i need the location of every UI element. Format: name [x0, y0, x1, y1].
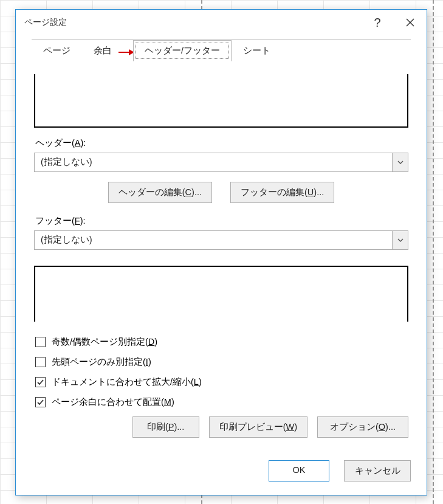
dialog-titlebar: ページ設定 ? [16, 10, 427, 35]
header-select-value: (指定しない) [35, 153, 392, 171]
edit-header-button[interactable]: ヘッダーの編集(C)... [108, 182, 212, 203]
annotation-arrow-icon [118, 49, 134, 55]
oddeven-label: 奇数/偶数ページ別指定(D) [52, 336, 157, 348]
tab-row: ページ 余白 ヘッダー/フッター シート [32, 40, 411, 61]
firstpage-checkbox[interactable] [35, 357, 46, 367]
help-button[interactable]: ? [361, 10, 394, 35]
print-preview-button[interactable]: 印刷プレビュー(W) [209, 416, 307, 438]
align-label: ページ余白に合わせて配置(M) [52, 396, 174, 408]
tab-page[interactable]: ページ [32, 40, 82, 61]
firstpage-label: 先頭ページのみ別指定(I) [52, 356, 151, 368]
options-button[interactable]: オプション(O)... [317, 416, 408, 438]
oddeven-checkbox-row[interactable]: 奇数/偶数ページ別指定(D) [35, 336, 408, 348]
close-icon [406, 18, 414, 27]
dialog-title: ページ設定 [24, 17, 67, 28]
firstpage-checkbox-row[interactable]: 先頭ページのみ別指定(I) [35, 356, 408, 368]
tab-sheet[interactable]: シート [232, 40, 282, 61]
header-preview [34, 74, 408, 128]
scale-label: ドキュメントに合わせて拡大/縮小(L) [52, 376, 202, 388]
align-checkbox-row[interactable]: ページ余白に合わせて配置(M) [35, 396, 408, 408]
scale-checkbox[interactable] [35, 377, 46, 387]
page-break-line [433, 0, 434, 504]
print-button[interactable]: 印刷(P)... [132, 416, 199, 438]
header-select-dropdown[interactable] [392, 153, 408, 171]
page-setup-dialog: ページ設定 ? ページ 余白 ヘッダー/フッター シート [15, 9, 427, 495]
tab-margin[interactable]: 余白 [82, 40, 123, 61]
close-button[interactable] [394, 10, 427, 35]
footer-preview [34, 266, 408, 322]
footer-select[interactable]: (指定しない) [34, 230, 408, 250]
check-icon [36, 398, 44, 406]
chevron-down-icon [397, 161, 404, 164]
cancel-button[interactable]: キャンセル [344, 460, 411, 482]
header-select[interactable]: (指定しない) [34, 153, 408, 172]
ok-button[interactable]: OK [269, 460, 329, 482]
tab-header-footer[interactable]: ヘッダー/フッター [133, 40, 232, 61]
header-label: ヘッダー(A): [35, 137, 408, 149]
scale-checkbox-row[interactable]: ドキュメントに合わせて拡大/縮小(L) [35, 376, 408, 388]
edit-footer-button[interactable]: フッターの編集(U)... [230, 182, 334, 203]
footer-select-dropdown[interactable] [392, 231, 408, 249]
check-icon [36, 378, 44, 386]
footer-select-value: (指定しない) [35, 231, 392, 249]
oddeven-checkbox[interactable] [35, 337, 46, 347]
align-checkbox[interactable] [35, 397, 46, 407]
chevron-down-icon [397, 238, 404, 242]
footer-label: フッター(F): [35, 215, 408, 227]
